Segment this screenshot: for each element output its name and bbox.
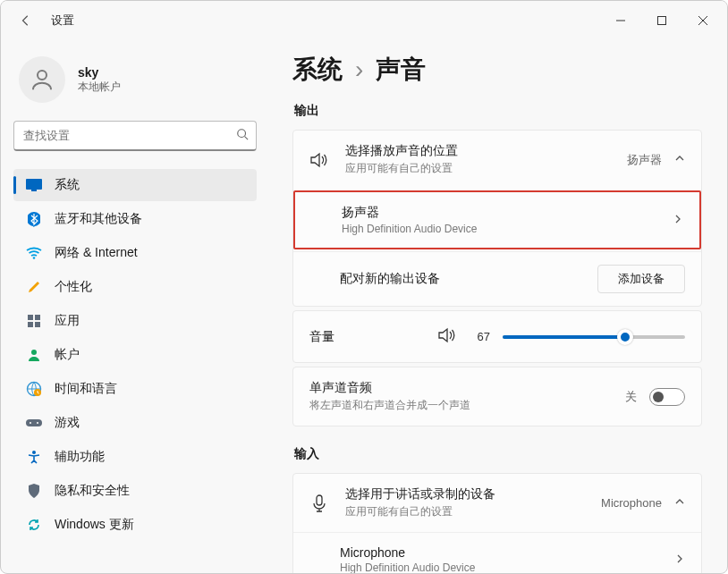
arrow-left-icon: [20, 14, 32, 27]
maximize-icon: [656, 15, 667, 26]
nav-label: 系统: [55, 177, 80, 193]
row-title: Microphone: [340, 545, 658, 560]
maximize-button[interactable]: [641, 4, 682, 38]
svg-rect-14: [26, 419, 42, 426]
nav-apps[interactable]: 应用: [13, 305, 257, 337]
person-icon: [29, 66, 55, 93]
nav-label: 网络 & Internet: [55, 245, 138, 261]
apps-icon: [26, 313, 42, 329]
input-choose-value: Microphone: [601, 496, 662, 510]
brush-icon: [26, 279, 42, 295]
nav-label: Windows 更新: [55, 517, 134, 533]
row-title: 选择播放声音的位置: [345, 143, 611, 159]
nav-accessibility[interactable]: 辅助功能: [13, 441, 257, 473]
volume-slider[interactable]: [503, 335, 685, 339]
row-title: 选择用于讲话或录制的设备: [345, 486, 585, 502]
nav-privacy[interactable]: 隐私和安全性: [13, 475, 257, 507]
output-device-row[interactable]: 扬声器 High Definition Audio Device: [295, 192, 699, 248]
nav-label: 应用: [55, 313, 80, 329]
mono-toggle[interactable]: [649, 388, 685, 406]
volume-slider-thumb[interactable]: [617, 329, 633, 345]
search-input[interactable]: [21, 128, 236, 143]
back-button[interactable]: [12, 6, 40, 35]
pair-output-row: 配对新的输出设备 添加设备: [293, 251, 701, 306]
minimize-button[interactable]: [600, 4, 641, 38]
breadcrumb-page: 声音: [376, 53, 426, 87]
volume-value: 67: [469, 330, 490, 343]
display-icon: [26, 177, 42, 193]
globe-clock-icon: [26, 381, 42, 397]
account-name: sky: [78, 65, 121, 80]
update-icon: [26, 517, 42, 533]
bluetooth-icon: [26, 211, 42, 227]
volume-icon[interactable]: [438, 327, 456, 346]
section-input-label: 输入: [294, 446, 702, 462]
nav-label: 隐私和安全性: [55, 483, 130, 499]
search-box[interactable]: [13, 121, 257, 151]
minimize-icon: [615, 15, 626, 26]
account-block[interactable]: sky 本地帐户: [13, 49, 257, 115]
svg-rect-9: [28, 322, 33, 327]
input-choose-row[interactable]: 选择用于讲话或录制的设备 应用可能有自己的设置 Microphone: [293, 474, 701, 532]
account-text: sky 本地帐户: [78, 65, 121, 95]
nav-accounts[interactable]: 帐户: [13, 339, 257, 371]
chevron-right-icon: [674, 553, 685, 567]
nav-personalization[interactable]: 个性化: [13, 271, 257, 303]
nav-label: 蓝牙和其他设备: [55, 211, 142, 227]
breadcrumb-root[interactable]: 系统: [292, 53, 343, 87]
svg-point-2: [238, 130, 246, 138]
nav-windows-update[interactable]: Windows 更新: [13, 509, 257, 541]
svg-rect-18: [317, 495, 322, 505]
close-button[interactable]: [682, 4, 724, 38]
nav-time-language[interactable]: 时间和语言: [13, 373, 257, 405]
output-choose-card: 选择播放声音的位置 应用可能有自己的设置 扬声器 扬声器 High Defini…: [292, 130, 702, 307]
search-icon: [236, 128, 249, 143]
row-title: 配对新的输出设备: [340, 271, 581, 287]
volume-slider-fill: [503, 335, 625, 339]
svg-rect-4: [31, 190, 37, 191]
nav-gaming[interactable]: 游戏: [13, 407, 257, 439]
svg-point-17: [32, 451, 36, 454]
nav-label: 辅助功能: [55, 449, 105, 465]
wifi-icon: [26, 245, 42, 261]
svg-rect-3: [26, 179, 42, 190]
mono-row[interactable]: 单声道音频 将左声道和右声道合并成一个声道 关: [293, 367, 701, 426]
gamepad-icon: [26, 415, 42, 431]
section-output-label: 输出: [294, 103, 702, 119]
svg-rect-8: [35, 315, 40, 320]
chevron-right-icon: [673, 214, 683, 227]
row-subtitle: 将左声道和右声道合并成一个声道: [309, 398, 609, 413]
svg-point-6: [33, 257, 36, 259]
avatar: [19, 56, 65, 103]
window-controls: [600, 4, 724, 38]
accessibility-icon: [26, 449, 42, 465]
input-device-row[interactable]: Microphone High Definition Audio Device: [293, 532, 701, 573]
mono-state-label: 关: [625, 389, 637, 405]
nav-label: 帐户: [55, 347, 80, 363]
row-subtitle: High Definition Audio Device: [340, 561, 658, 573]
row-subtitle: 应用可能有自己的设置: [345, 504, 585, 519]
svg-point-15: [30, 422, 31, 424]
row-title: 扬声器: [342, 205, 656, 221]
volume-label: 音量: [309, 329, 426, 345]
svg-point-11: [31, 350, 37, 355]
row-subtitle: High Definition Audio Device: [342, 223, 656, 235]
output-choose-row[interactable]: 选择播放声音的位置 应用可能有自己的设置 扬声器: [293, 131, 701, 189]
volume-row: 音量 67: [293, 311, 701, 362]
shield-icon: [26, 483, 42, 499]
add-device-button[interactable]: 添加设备: [597, 265, 685, 293]
output-choose-value: 扬声器: [627, 152, 662, 168]
svg-rect-7: [28, 315, 33, 320]
main-content: 系统 › 声音 输出 选择播放声音的位置 应用可能有自己的设置 扬声器: [266, 40, 727, 573]
nav-system[interactable]: 系统: [13, 169, 257, 201]
svg-rect-10: [35, 322, 40, 327]
output-device-highlight: 扬声器 High Definition Audio Device: [293, 190, 701, 249]
chevron-up-icon: [674, 153, 685, 166]
nav-network[interactable]: 网络 & Internet: [13, 237, 257, 269]
sidebar: sky 本地帐户 系统 蓝牙和其他设备 网络 & Internet: [1, 40, 266, 573]
mono-card: 单声道音频 将左声道和右声道合并成一个声道 关: [292, 367, 702, 426]
microphone-icon: [309, 494, 329, 512]
breadcrumb-separator: ›: [355, 55, 363, 84]
nav-bluetooth[interactable]: 蓝牙和其他设备: [13, 203, 257, 235]
nav-label: 个性化: [55, 279, 92, 295]
